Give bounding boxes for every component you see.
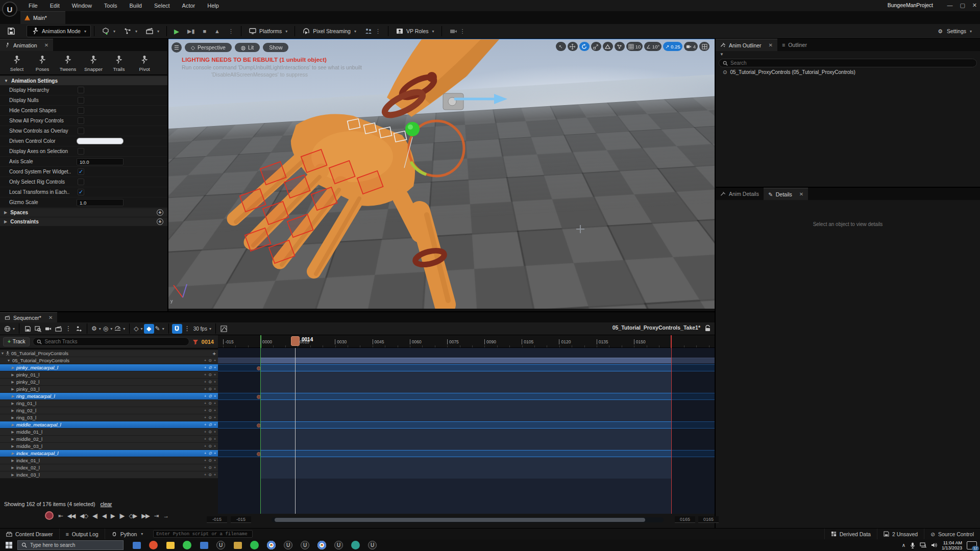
- view-range-end-input[interactable]: 0165: [698, 516, 719, 523]
- editor-mode-dropdown[interactable]: Animation Mode▾: [27, 25, 91, 37]
- prev-key-icon[interactable]: +: [204, 452, 206, 455]
- timeline-area[interactable]: -015000000150030004500600075009001050120…: [218, 335, 715, 514]
- checkbox[interactable]: [78, 87, 84, 93]
- timeline-ruler[interactable]: -015000000150030004500600075009001050120…: [218, 335, 715, 348]
- tab-anim-outliner[interactable]: Anim Outliner ✕: [716, 39, 777, 51]
- timeline-lane-pinky_03_l[interactable]: [218, 386, 715, 393]
- content-drawer-button[interactable]: Content Drawer: [0, 529, 60, 539]
- add-key-icon[interactable]: ⊙: [208, 437, 212, 441]
- world-coordinate-button[interactable]: [603, 42, 613, 51]
- add-key-icon[interactable]: ⊙: [208, 408, 212, 413]
- pixel-streaming-dropdown[interactable]: Pixel Streaming▾: [298, 26, 360, 37]
- browser-red-icon[interactable]: [148, 539, 159, 551]
- add-key-icon[interactable]: ⊙: [208, 372, 212, 377]
- prev-key-icon[interactable]: +: [204, 416, 206, 419]
- track-row-ring_02_l[interactable]: ▶ring_02_l+⊙+: [0, 407, 218, 414]
- checkbox[interactable]: [78, 97, 84, 104]
- checkbox[interactable]: [78, 148, 84, 155]
- tab-anim-details[interactable]: Anim Details: [716, 188, 764, 200]
- timeline-lane-pinky_01_l[interactable]: [218, 371, 715, 379]
- range-end-marker[interactable]: [671, 335, 672, 348]
- play-options-kebab[interactable]: ⋮: [224, 27, 238, 36]
- python-command-input[interactable]: Enter Python script or a filename: [153, 530, 253, 538]
- track-search-input[interactable]: Search Tracks: [33, 337, 189, 346]
- select-tool-button[interactable]: Select: [5, 55, 29, 72]
- track-row-index_02_l[interactable]: ▶index_02_l+⊙+: [0, 464, 218, 471]
- track-row-middle_02_l[interactable]: ▶middle_02_l+⊙+: [0, 436, 218, 443]
- prev-key-icon[interactable]: +: [204, 409, 206, 412]
- timeline-lane-ring_01_l[interactable]: [218, 400, 715, 407]
- timeline-lane-middle_03_l[interactable]: [218, 443, 715, 450]
- outliner-search-input[interactable]: Search: [719, 59, 977, 67]
- next-key-icon[interactable]: +: [214, 444, 216, 448]
- speaker-icon[interactable]: [931, 542, 937, 548]
- clear-selection-link[interactable]: clear: [101, 501, 112, 507]
- tab-details[interactable]: ✎ Details ✕: [764, 188, 808, 200]
- menu-build[interactable]: Build: [124, 0, 148, 11]
- add-key-icon[interactable]: ⊙: [208, 472, 212, 477]
- next-key-icon[interactable]: +: [214, 402, 216, 405]
- viewport-options-icon[interactable]: ☰: [172, 42, 182, 53]
- keyframe-options-dropdown[interactable]: ◇▾: [133, 324, 143, 334]
- poses-tool-button[interactable]: Poses: [31, 55, 54, 72]
- timeline-lane-middle_01_l[interactable]: [218, 429, 715, 436]
- blueprints-dropdown[interactable]: ▾: [119, 26, 141, 37]
- close-icon[interactable]: ✕: [44, 42, 48, 48]
- prev-key-icon[interactable]: +: [204, 466, 206, 469]
- spaces-section[interactable]: ▶ Spaces +: [0, 208, 167, 217]
- taskbar-search-input[interactable]: Type here to search: [17, 540, 124, 550]
- minimize-button[interactable]: —: [947, 2, 952, 8]
- animation-settings-header[interactable]: ▼ Animation Settings: [0, 76, 167, 85]
- prev-key-icon[interactable]: +: [204, 366, 206, 369]
- add-key-icon[interactable]: ⊙: [208, 394, 212, 398]
- notification-center-icon[interactable]: 12: [967, 541, 977, 549]
- translate-tool-button[interactable]: [568, 42, 578, 51]
- timeline-lane-middle_metacarpal_l[interactable]: [218, 421, 715, 429]
- cinematics-dropdown[interactable]: ▾: [141, 26, 163, 37]
- step-back-button[interactable]: ◀|: [92, 512, 97, 519]
- unreal-editor-icon[interactable]: U: [366, 539, 378, 551]
- world-dropdown[interactable]: ▾: [3, 324, 16, 334]
- outliner-filter-chevron[interactable]: ▼: [716, 51, 980, 57]
- perspective-dropdown[interactable]: ◇Perspective: [185, 43, 232, 52]
- next-key-icon[interactable]: +: [214, 394, 216, 398]
- checkbox[interactable]: ✓: [78, 189, 84, 195]
- view-options-dropdown[interactable]: ◎▾: [102, 324, 114, 334]
- track-row-ring_01_l[interactable]: ▶ring_01_l+⊙+: [0, 400, 218, 407]
- capture-app-icon[interactable]: [350, 539, 361, 551]
- whatsapp-icon[interactable]: [181, 539, 193, 551]
- next-key-icon[interactable]: +: [214, 373, 216, 377]
- track-row-05_Tutorial_ProxyControls[interactable]: ▼05_Tutorial_ProxyControls+: [0, 350, 218, 357]
- timeline-lane-middle_02_l[interactable]: [218, 436, 715, 443]
- derived-data-button[interactable]: Derived Data: [824, 529, 877, 539]
- prev-key-icon[interactable]: +: [204, 394, 206, 398]
- unreal-engine-icon[interactable]: U: [215, 539, 227, 551]
- next-key-button[interactable]: ◇▶: [129, 512, 137, 519]
- timeline-lane-ring_metacarpal_l[interactable]: [218, 393, 715, 400]
- add-space-button[interactable]: +: [157, 209, 163, 216]
- select-tool-button[interactable]: ↖: [556, 42, 566, 51]
- surface-snap-button[interactable]: [615, 42, 625, 51]
- add-section-icon[interactable]: +: [213, 350, 216, 357]
- add-key-icon[interactable]: ⊙: [208, 465, 212, 470]
- prev-key-icon[interactable]: +: [204, 444, 206, 448]
- weather-widget-icon[interactable]: [131, 539, 142, 551]
- microphone-icon[interactable]: [910, 542, 915, 548]
- lock-icon[interactable]: [705, 325, 710, 332]
- next-key-icon[interactable]: +: [214, 459, 216, 462]
- timeline-lane-ring_02_l[interactable]: [218, 407, 715, 414]
- level-viewport[interactable]: y ☰ ◇Perspective ◍Lit Show LIGHTING NEED…: [168, 39, 715, 309]
- checkbox[interactable]: [78, 107, 84, 114]
- prev-key-icon[interactable]: +: [204, 387, 206, 391]
- track-row-index_metacarpal_l[interactable]: ▶index_metacarpal_l+⊙+: [0, 450, 218, 457]
- add-key-icon[interactable]: ⊙: [208, 365, 212, 370]
- add-key-icon[interactable]: ⊙: [208, 458, 212, 463]
- sequence-tools-dropdown[interactable]: ⚙▾: [90, 324, 102, 334]
- menu-tools[interactable]: Tools: [98, 0, 124, 11]
- prev-key-icon[interactable]: +: [204, 423, 206, 427]
- add-key-icon[interactable]: ⊙: [208, 444, 212, 448]
- show-dropdown[interactable]: Show: [263, 43, 288, 52]
- snapper-tool-button[interactable]: Snapper: [82, 55, 105, 72]
- render-options-kebab[interactable]: ⋮: [63, 324, 74, 334]
- playback-options-dropdown[interactable]: ▾: [113, 324, 126, 334]
